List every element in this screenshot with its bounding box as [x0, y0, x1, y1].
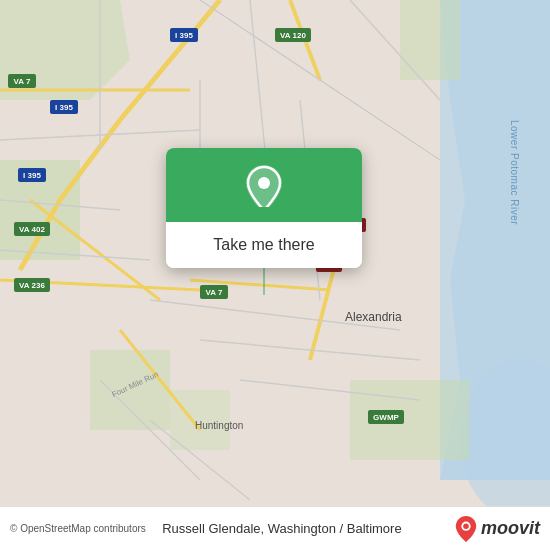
road-label-va7-2: VA 7	[200, 285, 228, 301]
road-label-va120: VA 120	[275, 28, 311, 44]
svg-point-56	[258, 177, 270, 189]
moovit-brand-text: moovit	[481, 518, 540, 539]
bottom-left: © OpenStreetMap contributors Russell Gle…	[10, 520, 402, 538]
svg-text:I 395: I 395	[175, 31, 193, 40]
city-label-alexandria: Alexandria	[345, 310, 402, 324]
road-label-va402: VA 402	[14, 222, 50, 238]
svg-text:VA 7: VA 7	[14, 77, 31, 86]
svg-text:VA 402: VA 402	[19, 225, 45, 234]
road-label-gwmp: GWMP	[368, 410, 404, 426]
svg-text:VA 120: VA 120	[280, 31, 306, 40]
road-label-va7-1: VA 7	[8, 74, 36, 90]
map-container: I 395 I 395 I 395 VA 7 VA 7 VA 120 VA 40…	[0, 0, 550, 550]
copyright-text: © OpenStreetMap contributors	[10, 523, 146, 534]
road-label-i395-3: I 395	[18, 168, 46, 184]
road-label-i395-1: I 395	[170, 28, 198, 44]
svg-text:I 395: I 395	[23, 171, 41, 180]
road-label-va236: VA 236	[14, 278, 50, 294]
location-text: Russell Glendale, Washington / Baltimore	[162, 521, 401, 536]
svg-line-9	[120, 0, 220, 120]
moovit-logo: moovit	[455, 516, 540, 542]
bottom-bar: © OpenStreetMap contributors Russell Gle…	[0, 506, 550, 550]
svg-text:I 395: I 395	[55, 103, 73, 112]
svg-rect-5	[400, 0, 460, 80]
popup-top	[166, 148, 362, 222]
moovit-pin-icon	[455, 516, 477, 542]
svg-text:VA 236: VA 236	[19, 281, 45, 290]
popup-card: Take me there	[166, 148, 362, 268]
svg-point-58	[463, 523, 469, 529]
take-me-there-button[interactable]: Take me there	[166, 222, 362, 268]
svg-text:VA 7: VA 7	[206, 288, 223, 297]
road-label-i395-2: I 395	[50, 100, 78, 116]
river-label: Lower Potomac River	[509, 120, 520, 225]
svg-text:GWMP: GWMP	[373, 413, 399, 422]
location-pin-icon	[244, 166, 284, 206]
town-label-huntington: Huntington	[195, 420, 243, 431]
